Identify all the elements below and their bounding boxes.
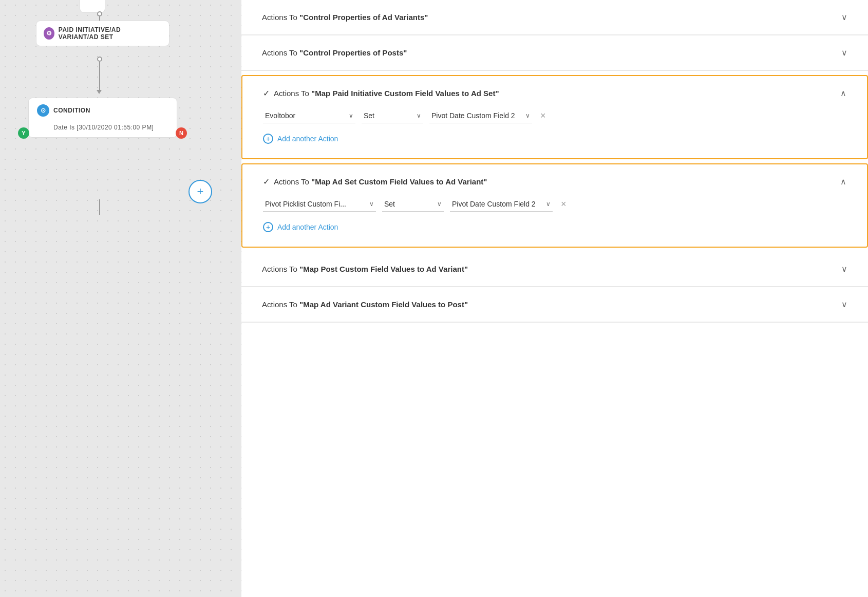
- section-control-posts-inner: Actions To "Control Properties of Posts"…: [241, 35, 868, 70]
- add-action-1-icon: +: [263, 134, 273, 144]
- paid-initiative-node: ⚙ PAID INITIATIVE/AD VARIANT/AD SET: [36, 21, 169, 46]
- operator-dropdown-2-value: Set: [384, 200, 395, 208]
- condition-header: ⊙ CONDITION: [37, 104, 90, 117]
- value-dropdown-1[interactable]: Pivot Date Custom Field 2 ∨: [429, 108, 532, 123]
- field-dropdown-2[interactable]: Pivot Picklist Custom Fi... ∨: [263, 197, 376, 212]
- action-row-1: Evoltobor ∨ Set ∨ Pivot Date Custom Fiel…: [263, 108, 846, 123]
- section-map-variant-to-post-title: Actions To "Map Ad Variant Custom Field …: [262, 300, 468, 309]
- field-dropdown-2-value: Pivot Picklist Custom Fi...: [265, 200, 346, 208]
- section-map-paid: ✓ Actions To "Map Paid Initiative Custom…: [242, 76, 867, 158]
- section-map-paid-bold: "Map Paid Initiative Custom Field Values…: [311, 89, 499, 98]
- section-map-paid-header[interactable]: ✓ Actions To "Map Paid Initiative Custom…: [263, 88, 846, 98]
- add-node-button[interactable]: +: [188, 180, 212, 203]
- field-dropdown-2-arrow: ∨: [369, 200, 374, 208]
- section-control-ad-variants-chevron[interactable]: ∨: [841, 12, 847, 22]
- section-control-ad-variants-title: Actions To "Control Properties of Ad Var…: [262, 13, 428, 22]
- section-map-variant-to-post-inner: Actions To "Map Ad Variant Custom Field …: [241, 287, 868, 322]
- operator-dropdown-1-value: Set: [364, 111, 374, 120]
- section-map-paid-title: Actions To "Map Paid Initiative Custom F…: [274, 89, 499, 98]
- section-map-post-to-variant-bold: "Map Post Custom Field Values to Ad Vari…: [299, 265, 468, 273]
- section-map-adset-title: Actions To "Map Ad Set Custom Field Valu…: [274, 177, 487, 186]
- flow-diagram: ⚙ PAID INITIATIVE/AD VARIANT/AD SET ⊙ CO…: [0, 0, 241, 597]
- section-map-adset-checkmark: ✓: [263, 177, 270, 186]
- value-dropdown-2[interactable]: Pivot Date Custom Field 2 ∨: [450, 197, 553, 212]
- top-partial-node: [80, 0, 105, 13]
- section-map-adset-bold: "Map Ad Set Custom Field Values to Ad Va…: [311, 177, 487, 186]
- connector-dot-1: [97, 11, 102, 16]
- field-dropdown-1-arrow: ∨: [349, 112, 353, 119]
- paid-node-label: PAID INITIATIVE/AD VARIANT/AD SET: [59, 26, 162, 41]
- section-control-ad-variants-bold: "Control Properties of Ad Variants": [299, 13, 428, 22]
- condition-label: CONDITION: [53, 107, 90, 114]
- field-dropdown-1-value: Evoltobor: [265, 111, 295, 120]
- section-control-ad-variants: Actions To "Control Properties of Ad Var…: [241, 0, 868, 35]
- section-map-variant-to-post-header[interactable]: Actions To "Map Ad Variant Custom Field …: [262, 300, 847, 309]
- action-row-2: Pivot Picklist Custom Fi... ∨ Set ∨ Pivo…: [263, 197, 846, 212]
- section-map-post-to-variant-header[interactable]: Actions To "Map Post Custom Field Values…: [262, 264, 847, 274]
- operator-dropdown-2-arrow: ∨: [437, 200, 442, 208]
- connector-line-3: [99, 199, 100, 215]
- section-control-posts-chevron[interactable]: ∨: [841, 48, 847, 58]
- section-map-paid-wrapper: ✓ Actions To "Map Paid Initiative Custom…: [241, 75, 868, 159]
- section-map-adset: ✓ Actions To "Map Ad Set Custom Field Va…: [242, 164, 867, 247]
- value-dropdown-1-value: Pivot Date Custom Field 2: [431, 111, 515, 120]
- section-map-variant-to-post-bold: "Map Ad Variant Custom Field Values to P…: [299, 300, 468, 309]
- remove-action-1-button[interactable]: ×: [538, 110, 548, 121]
- no-badge: N: [176, 127, 187, 139]
- value-dropdown-2-value: Pivot Date Custom Field 2: [452, 200, 536, 208]
- add-action-1-label: Add another Action: [277, 135, 338, 143]
- condition-body: Date Is [30/10/2020 01:55:00 PM]: [37, 124, 154, 131]
- value-dropdown-1-arrow: ∨: [525, 112, 530, 119]
- section-map-paid-content: Evoltobor ∨ Set ∨ Pivot Date Custom Fiel…: [263, 108, 846, 146]
- section-map-post-to-variant-title: Actions To "Map Post Custom Field Values…: [262, 265, 468, 273]
- yes-badge: Y: [18, 127, 29, 139]
- arrow-2: [97, 90, 102, 94]
- section-map-variant-to-post: Actions To "Map Ad Variant Custom Field …: [241, 287, 868, 323]
- section-control-ad-variants-header[interactable]: Actions To "Control Properties of Ad Var…: [262, 12, 847, 22]
- section-control-posts-title: Actions To "Control Properties of Posts": [262, 48, 407, 57]
- section-map-post-to-variant: Actions To "Map Post Custom Field Values…: [241, 252, 868, 287]
- connector-line-2: [99, 62, 100, 90]
- value-dropdown-2-arrow: ∨: [546, 200, 551, 208]
- operator-dropdown-1[interactable]: Set ∨: [362, 108, 423, 123]
- add-action-2-label: Add another Action: [277, 223, 338, 231]
- section-map-post-to-variant-inner: Actions To "Map Post Custom Field Values…: [241, 252, 868, 287]
- section-control-posts-bold: "Control Properties of Posts": [299, 48, 407, 57]
- add-action-2-button[interactable]: + Add another Action: [263, 220, 846, 234]
- condition-icon: ⊙: [37, 104, 49, 117]
- connector-dot-2: [97, 57, 102, 62]
- add-action-1-button[interactable]: + Add another Action: [263, 132, 846, 146]
- right-panel: Actions To "Control Properties of Ad Var…: [241, 0, 868, 597]
- section-map-adset-content: Pivot Picklist Custom Fi... ∨ Set ∨ Pivo…: [263, 197, 846, 234]
- section-map-paid-checkmark: ✓: [263, 88, 270, 98]
- section-map-variant-to-post-chevron[interactable]: ∨: [841, 300, 847, 309]
- field-dropdown-1[interactable]: Evoltobor ∨: [263, 108, 355, 123]
- operator-dropdown-2[interactable]: Set ∨: [382, 197, 444, 212]
- paid-node-icon: ⚙: [44, 27, 54, 40]
- section-control-posts: Actions To "Control Properties of Posts"…: [241, 35, 868, 71]
- section-map-post-to-variant-chevron[interactable]: ∨: [841, 264, 847, 274]
- add-action-2-icon: +: [263, 222, 273, 232]
- condition-node: ⊙ CONDITION Date Is [30/10/2020 01:55:00…: [28, 98, 177, 138]
- remove-action-2-button[interactable]: ×: [559, 199, 569, 210]
- section-map-adset-chevron[interactable]: ∧: [840, 177, 846, 186]
- section-control-posts-header[interactable]: Actions To "Control Properties of Posts"…: [262, 48, 847, 58]
- section-map-adset-header[interactable]: ✓ Actions To "Map Ad Set Custom Field Va…: [263, 177, 846, 186]
- operator-dropdown-1-arrow: ∨: [417, 112, 421, 119]
- section-map-paid-chevron[interactable]: ∧: [840, 88, 846, 98]
- section-map-adset-wrapper: ✓ Actions To "Map Ad Set Custom Field Va…: [241, 163, 868, 248]
- section-control-ad-variants-inner: Actions To "Control Properties of Ad Var…: [241, 0, 868, 35]
